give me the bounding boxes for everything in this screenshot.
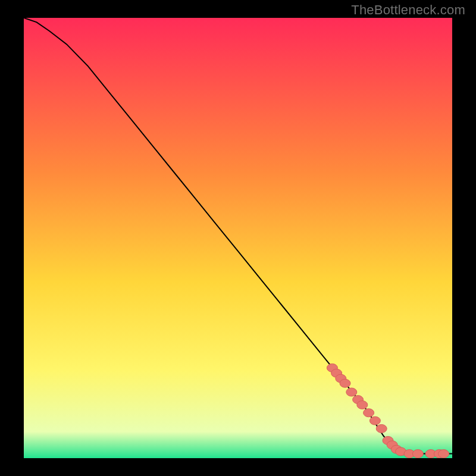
watermark-text: TheBottleneck.com (351, 2, 465, 18)
marker-dot (340, 379, 350, 387)
plot-area (24, 18, 452, 458)
marker-dot (439, 450, 449, 458)
marker-dot (376, 424, 387, 433)
marker-dot (364, 409, 374, 417)
chart-svg (24, 18, 452, 458)
marker-dot (357, 401, 368, 409)
chart-stage: TheBottleneck.com (0, 0, 476, 476)
marker-dot (412, 450, 423, 458)
marker-dot (346, 388, 357, 396)
gradient-background (24, 18, 452, 458)
marker-dot (369, 416, 380, 425)
